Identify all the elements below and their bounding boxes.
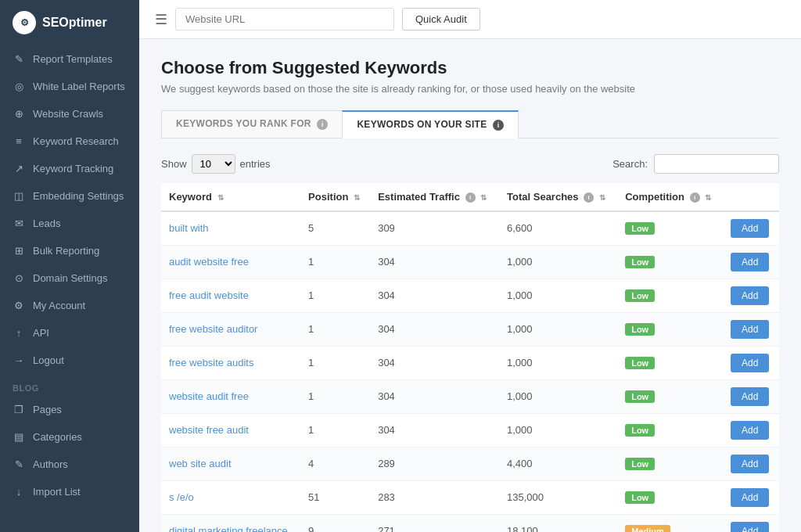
sidebar-icon-pages: ❐: [13, 404, 25, 415]
url-input[interactable]: [175, 8, 394, 31]
traffic-cell: 289: [370, 447, 499, 480]
sidebar-item-categories[interactable]: ▤Categories: [0, 423, 139, 451]
searches-cell: 4,400: [499, 447, 617, 480]
traffic-cell: 271: [370, 514, 499, 532]
sidebar-logo: ⚙ SEOptimer: [0, 0, 139, 45]
sidebar-icon-report-templates: ✎: [13, 53, 25, 65]
quick-audit-button[interactable]: Quick Audit: [402, 8, 480, 31]
sidebar-item-website-crawls[interactable]: ⊕Website Crawls: [0, 100, 139, 128]
sidebar-item-import-list[interactable]: ↓Import List: [0, 478, 139, 505]
content-area: Choose from Suggested Keywords We sugges…: [139, 39, 801, 532]
keyword-cell: digital marketing freelance: [161, 514, 300, 532]
sidebar-item-my-account[interactable]: ⚙My Account: [0, 292, 139, 319]
sidebar-label-import-list: Import List: [33, 486, 81, 498]
add-keyword-button[interactable]: Add: [731, 455, 769, 473]
tab-keywords-on-your-site[interactable]: KEYWORDS ON YOUR SITE i: [342, 110, 519, 138]
searches-cell: 1,000: [499, 245, 617, 279]
add-keyword-button[interactable]: Add: [731, 522, 769, 532]
add-keyword-button[interactable]: Add: [731, 354, 769, 372]
competition-cell: Low: [617, 413, 723, 447]
sidebar-item-keyword-research[interactable]: ≡Keyword Research: [0, 128, 139, 155]
col-searches: Total Searches i ⇅: [499, 183, 617, 211]
logo-icon: ⚙: [13, 11, 36, 34]
action-cell: Add: [723, 346, 779, 379]
keyword-cell: audit website free: [161, 245, 300, 279]
competition-cell: Low: [617, 211, 723, 246]
sidebar-label-pages: Pages: [33, 404, 62, 415]
traffic-cell: 304: [370, 245, 499, 279]
col-competition: Competition i ⇅: [617, 183, 723, 211]
action-cell: Add: [723, 211, 779, 246]
sort-searches-icon[interactable]: ⇅: [599, 193, 605, 202]
sidebar-item-pages[interactable]: ❐Pages: [0, 396, 139, 423]
competition-cell: Low: [617, 279, 723, 312]
table-row: s /e/o 51 283 135,000 Low Add: [161, 480, 779, 514]
add-keyword-button[interactable]: Add: [731, 286, 769, 305]
sidebar-icon-keyword-tracking: ↗: [13, 163, 25, 174]
sidebar-item-bulk-reporting[interactable]: ⊞Bulk Reporting: [0, 237, 139, 264]
searches-cell: 1,000: [499, 279, 617, 312]
add-keyword-button[interactable]: Add: [731, 253, 769, 271]
tab-keywords-you-rank-for[interactable]: KEYWORDS YOU RANK FOR i: [161, 110, 343, 138]
traffic-cell: 283: [370, 480, 499, 514]
searches-cell: 1,000: [499, 312, 617, 346]
col-position: Position ⇅: [300, 183, 370, 211]
competition-badge: Low: [625, 491, 655, 504]
sidebar-item-leads[interactable]: ✉Leads: [0, 210, 139, 237]
sidebar-item-domain-settings[interactable]: ⊙Domain Settings: [0, 264, 139, 292]
sidebar-label-report-templates: Report Templates: [33, 53, 113, 65]
competition-badge: Medium: [625, 525, 670, 532]
competition-badge: Low: [625, 222, 655, 235]
sidebar-icon-embedding-settings: ◫: [13, 190, 25, 202]
sidebar-item-report-templates[interactable]: ✎Report Templates: [0, 45, 139, 73]
add-keyword-button[interactable]: Add: [731, 219, 769, 238]
competition-cell: Low: [617, 379, 723, 413]
sidebar-item-white-label-reports[interactable]: ◎White Label Reports: [0, 73, 139, 100]
keyword-tabs: KEYWORDS YOU RANK FOR iKEYWORDS ON YOUR …: [161, 110, 779, 138]
keywords-table: Keyword ⇅ Position ⇅ Estimated Traffic i…: [161, 183, 779, 532]
add-keyword-button[interactable]: Add: [731, 387, 769, 406]
action-cell: Add: [723, 514, 779, 532]
sidebar-blog-nav: ❐Pages▤Categories✎Authors↓Import List: [0, 396, 139, 505]
keyword-cell: free website audits: [161, 346, 300, 379]
competition-info-icon: i: [690, 192, 700, 203]
search-label: Search:: [612, 158, 648, 170]
sidebar-icon-keyword-research: ≡: [13, 135, 25, 147]
sidebar-label-bulk-reporting: Bulk Reporting: [33, 245, 99, 257]
search-input[interactable]: [654, 154, 779, 174]
sidebar-item-api[interactable]: ↑API: [0, 319, 139, 347]
position-cell: 1: [300, 346, 370, 379]
sidebar-icon-white-label-reports: ◎: [13, 81, 25, 92]
sort-keyword-icon[interactable]: ⇅: [217, 193, 224, 202]
table-header: Keyword ⇅ Position ⇅ Estimated Traffic i…: [161, 183, 779, 211]
add-keyword-button[interactable]: Add: [731, 488, 769, 507]
add-keyword-button[interactable]: Add: [731, 421, 769, 440]
table-row: audit website free 1 304 1,000 Low Add: [161, 245, 779, 279]
sidebar-label-authors: Authors: [33, 458, 68, 470]
sidebar-icon-logout: →: [13, 354, 25, 366]
competition-badge: Low: [625, 323, 655, 336]
sidebar-label-keyword-research: Keyword Research: [33, 135, 119, 147]
sidebar-item-logout[interactable]: →Logout: [0, 347, 139, 374]
table-row: free website auditor 1 304 1,000 Low Add: [161, 312, 779, 346]
blog-section-label: Blog: [0, 374, 139, 396]
table-row: website free audit 1 304 1,000 Low Add: [161, 413, 779, 447]
sort-traffic-icon[interactable]: ⇅: [480, 193, 487, 202]
action-cell: Add: [723, 480, 779, 514]
action-cell: Add: [723, 279, 779, 312]
competition-badge: Low: [625, 357, 655, 369]
searches-info-icon: i: [584, 192, 594, 203]
page-subtitle: We suggest keywords based on those the s…: [161, 83, 779, 95]
menu-icon[interactable]: ☰: [155, 11, 167, 28]
searches-cell: 1,000: [499, 346, 617, 379]
position-cell: 1: [300, 413, 370, 447]
sort-competition-icon[interactable]: ⇅: [705, 193, 711, 202]
table-row: web site audit 4 289 4,400 Low Add: [161, 447, 779, 480]
add-keyword-button[interactable]: Add: [731, 320, 769, 339]
sidebar-item-authors[interactable]: ✎Authors: [0, 451, 139, 478]
sidebar-item-embedding-settings[interactable]: ◫Embedding Settings: [0, 182, 139, 210]
sidebar-item-keyword-tracking[interactable]: ↗Keyword Tracking: [0, 155, 139, 182]
entries-select[interactable]: 10 25 50 100: [192, 154, 235, 174]
sidebar-label-domain-settings: Domain Settings: [33, 272, 107, 284]
sort-position-icon[interactable]: ⇅: [354, 193, 360, 202]
